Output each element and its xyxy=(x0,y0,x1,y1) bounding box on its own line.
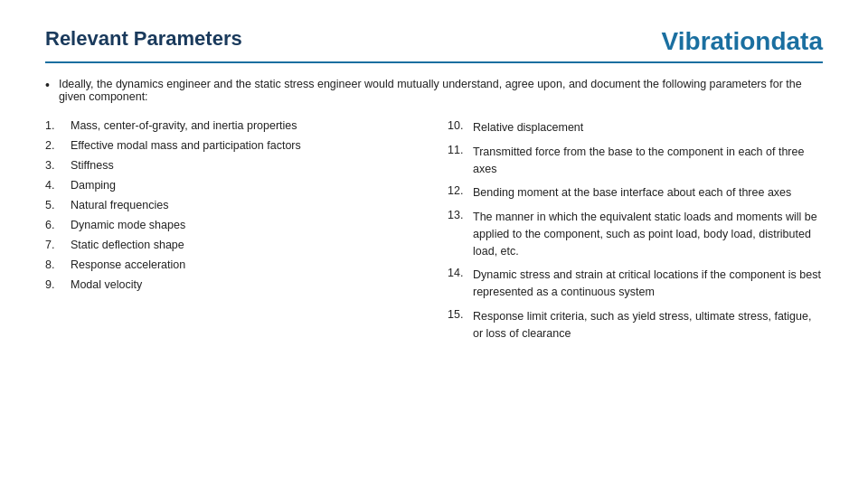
list-text: Dynamic mode shapes xyxy=(71,219,185,231)
list-number: 5. xyxy=(45,199,71,211)
list-item: 15.Response limit criteria, such as yiel… xyxy=(448,308,823,343)
list-item: 13.The manner in which the equivalent st… xyxy=(448,209,823,259)
divider xyxy=(45,61,823,63)
list-item: 8.Response acceleration xyxy=(45,258,420,271)
list-text: Stiffness xyxy=(71,159,114,172)
list-item: 2.Effective modal mass and participation… xyxy=(45,139,420,152)
intro-content: Ideally, the dynamics engineer and the s… xyxy=(59,78,823,103)
list-number: 1. xyxy=(45,119,71,132)
intro-text: • Ideally, the dynamics engineer and the… xyxy=(45,78,823,103)
list-item: 7.Static deflection shape xyxy=(45,239,420,251)
list-text: The manner in which the equivalent stati… xyxy=(473,209,823,259)
list-item: 5.Natural frequencies xyxy=(45,199,420,211)
list-item: 9.Modal velocity xyxy=(45,278,420,291)
list-item: 12.Bending moment at the base interface … xyxy=(448,184,823,202)
list-text: Dynamic stress and strain at critical lo… xyxy=(473,267,823,301)
left-column: 1.Mass, center-of-gravity, and inertia p… xyxy=(45,119,420,349)
list-number: 13. xyxy=(448,209,473,221)
list-number: 15. xyxy=(448,308,473,321)
list-text: Transmitted force from the base to the c… xyxy=(473,144,823,178)
list-text: Modal velocity xyxy=(71,278,142,291)
list-number: 4. xyxy=(45,179,71,192)
right-column: 10.Relative displacement11.Transmitted f… xyxy=(448,119,823,349)
list-number: 8. xyxy=(45,258,71,271)
list-text: Effective modal mass and participation f… xyxy=(71,139,301,152)
list-number: 12. xyxy=(448,184,473,197)
bullet-icon: • xyxy=(45,78,50,92)
list-text: Mass, center-of-gravity, and inertia pro… xyxy=(71,119,297,132)
list-item: 6.Dynamic mode shapes xyxy=(45,219,420,231)
list-item: 1.Mass, center-of-gravity, and inertia p… xyxy=(45,119,420,132)
list-text: Bending moment at the base interface abo… xyxy=(473,184,791,202)
list-text: Static deflection shape xyxy=(71,239,184,251)
right-title: Vibrationdata xyxy=(662,27,823,56)
list-item: 11.Transmitted force from the base to th… xyxy=(448,144,823,178)
list-text: Relative displacement xyxy=(473,119,583,136)
list-item: 3.Stiffness xyxy=(45,159,420,172)
content-columns: 1.Mass, center-of-gravity, and inertia p… xyxy=(45,119,823,349)
list-number: 3. xyxy=(45,159,71,172)
list-text: Natural frequencies xyxy=(71,199,168,211)
list-number: 2. xyxy=(45,139,71,152)
list-number: 11. xyxy=(448,144,473,156)
list-number: 7. xyxy=(45,239,71,251)
list-text: Response limit criteria, such as yield s… xyxy=(473,308,823,343)
list-text: Damping xyxy=(71,179,116,192)
list-item: 10.Relative displacement xyxy=(448,119,823,136)
list-number: 14. xyxy=(448,267,473,279)
left-title: Relevant Parameters xyxy=(45,27,242,51)
list-number: 9. xyxy=(45,278,71,291)
slide: Relevant Parameters Vibrationdata • Idea… xyxy=(0,0,868,488)
header: Relevant Parameters Vibrationdata xyxy=(45,27,823,56)
list-item: 14.Dynamic stress and strain at critical… xyxy=(448,267,823,301)
list-item: 4.Damping xyxy=(45,179,420,192)
list-number: 10. xyxy=(448,119,473,132)
list-number: 6. xyxy=(45,219,71,231)
list-text: Response acceleration xyxy=(71,258,185,271)
